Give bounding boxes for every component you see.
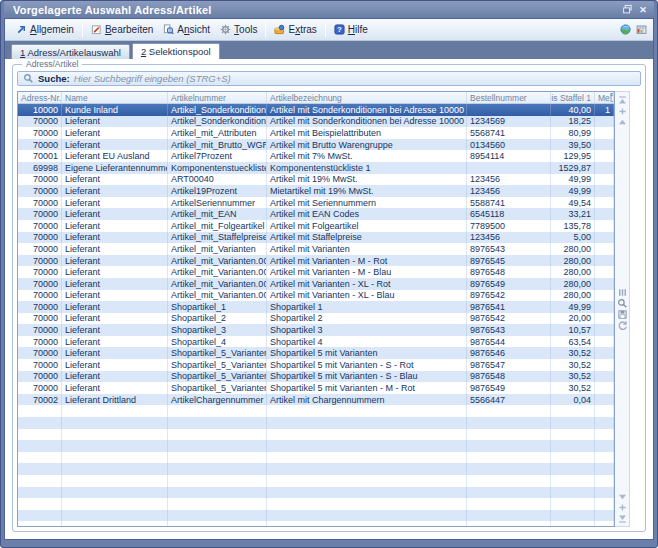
scroll-last-icon[interactable] bbox=[617, 513, 628, 523]
cell-col3: Shopartikel 5 mit Varianten - M - Rot bbox=[267, 382, 467, 394]
table-row[interactable]: 70000LieferantArtikel_mit_Varianten.005A… bbox=[18, 278, 614, 290]
cell-col4: 9876542 bbox=[467, 313, 551, 325]
table-row[interactable]: 70000LieferantArtikel_mit_Varianten.004A… bbox=[18, 266, 614, 278]
scroll-first-icon[interactable] bbox=[617, 95, 628, 105]
close-button[interactable]: ✕ bbox=[635, 3, 651, 16]
scroll-page-up-icon[interactable] bbox=[617, 106, 628, 116]
scroll-up-icon[interactable] bbox=[617, 117, 628, 127]
table-row[interactable]: 70000LieferantArtikel_mit_Varianten.006A… bbox=[18, 290, 614, 302]
table-row[interactable]: 70000LieferantArtikel_mit_Varianten.003A… bbox=[18, 255, 614, 267]
table-row[interactable]: 69998Eigene Lieferantennummer -FirmaKomp… bbox=[18, 162, 614, 174]
table-row[interactable]: 70000LieferantArtikel_mit_VariantenArtik… bbox=[18, 243, 614, 255]
cell-col3: Mietartikel mit 19% MwSt. bbox=[267, 185, 467, 197]
cell-col2: Shopartikel_2 bbox=[168, 313, 267, 325]
column-header-3[interactable]: Artikelbezeichnung bbox=[267, 92, 467, 103]
columns-icon[interactable] bbox=[617, 288, 628, 298]
column-header-4[interactable]: Bestellnummer bbox=[467, 92, 551, 103]
empty-cell bbox=[467, 487, 551, 499]
table-row[interactable]: 70000LieferantArtikel_mit_StaffelpreiseA… bbox=[18, 232, 614, 244]
refresh-icon[interactable] bbox=[617, 321, 628, 331]
cell-col1: Lieferant Drittland bbox=[62, 394, 168, 406]
table-row[interactable]: 70000LieferantShopartikel_2Shopartikel 2… bbox=[18, 313, 614, 325]
column-header-2[interactable]: Artikelnummer bbox=[168, 92, 267, 103]
table-row[interactable]: 70000LieferantShopartikel_3Shopartikel 3… bbox=[18, 324, 614, 336]
menu-item-label: Tools bbox=[234, 24, 257, 35]
cell-col0: 70000 bbox=[18, 347, 62, 359]
empty-cell bbox=[551, 498, 595, 510]
table-row[interactable]: 70000LieferantArtikel_mit_AttributenArti… bbox=[18, 127, 614, 139]
cell-col0: 10000 bbox=[18, 104, 62, 116]
menu-item-allgemein[interactable]: Allgemein bbox=[11, 22, 79, 37]
column-header-label: Me bbox=[598, 93, 610, 103]
cell-col4: 9876549 bbox=[467, 382, 551, 394]
menu-item-label: Extras bbox=[288, 24, 316, 35]
empty-cell bbox=[168, 510, 267, 522]
report-button[interactable] bbox=[636, 24, 647, 35]
table-row[interactable]: 70000LieferantArtikel_SonderkonditionenA… bbox=[18, 116, 614, 128]
empty-cell bbox=[551, 487, 595, 499]
cell-col4: 1234569 bbox=[467, 116, 551, 128]
table-row[interactable]: 70000LieferantShopartikel_5_Varianten.3S… bbox=[18, 382, 614, 394]
restore-button[interactable] bbox=[619, 3, 635, 16]
zoom-icon[interactable] bbox=[617, 299, 628, 309]
empty-cell bbox=[267, 440, 467, 452]
cell-col0: 70000 bbox=[18, 185, 62, 197]
menu-item-hilfe[interactable]: ?Hilfe bbox=[329, 22, 373, 37]
tab-1[interactable]: 1 Adress/Artikelauswahl bbox=[11, 44, 130, 59]
column-header-5[interactable]: Preis Staffel 1 bbox=[551, 92, 595, 103]
table-row[interactable]: 70000LieferantShopartikel_4Shopartikel 4… bbox=[18, 336, 614, 348]
cell-col1: Lieferant bbox=[62, 278, 168, 290]
table-row[interactable]: 70000LieferantArtikel_mit_Brutto_WGRArti… bbox=[18, 139, 614, 151]
cell-col4: 9876546 bbox=[467, 347, 551, 359]
table-row[interactable]: 70000LieferantShopartikel_5_Varianten.1S… bbox=[18, 359, 614, 371]
menu-item-extras[interactable]: Extras bbox=[269, 22, 321, 37]
save-view-icon[interactable] bbox=[617, 310, 628, 320]
table-row[interactable]: 70000LieferantArtikel19ProzentMietartike… bbox=[18, 185, 614, 197]
empty-row bbox=[18, 463, 614, 475]
table-row[interactable]: 70000LieferantShopartikel_5_Varianten.2S… bbox=[18, 371, 614, 383]
menu-bar: AllgemeinBearbeitenAnsichtToolsExtras?Hi… bbox=[5, 19, 653, 41]
cell-col6 bbox=[595, 347, 614, 359]
scroll-down-icon[interactable] bbox=[617, 491, 628, 501]
cell-col2: Shopartikel_5_Varianten.1 bbox=[168, 359, 267, 371]
cell-col1: Lieferant bbox=[62, 139, 168, 151]
search-input[interactable]: Suche: Hier Suchbegriff eingeben (STRG+S… bbox=[17, 71, 641, 86]
empty-cell bbox=[168, 440, 267, 452]
cell-col5: 49,99 bbox=[551, 301, 595, 313]
cell-col1: Lieferant bbox=[62, 197, 168, 209]
cell-col6 bbox=[595, 243, 614, 255]
cell-col3: Shopartikel 4 bbox=[267, 336, 467, 348]
menu-item-bearbeiten[interactable]: Bearbeiten bbox=[86, 22, 158, 37]
table-row[interactable]: 70000LieferantART00040Artikel mit 19% Mw… bbox=[18, 174, 614, 186]
menu-item-tools[interactable]: Tools bbox=[215, 22, 262, 37]
column-header-1[interactable]: Name bbox=[62, 92, 168, 103]
cell-col0: 70000 bbox=[18, 278, 62, 290]
table-row[interactable]: 70000LieferantShopartikel_5_VariantenSho… bbox=[18, 347, 614, 359]
cell-col1: Lieferant bbox=[62, 243, 168, 255]
table-row[interactable]: 70001Lieferant EU AuslandArtikel7Prozent… bbox=[18, 150, 614, 162]
cell-col1: Lieferant bbox=[62, 232, 168, 244]
globe-button[interactable] bbox=[620, 24, 631, 35]
tab-2[interactable]: 2 Selektionspool bbox=[132, 43, 220, 59]
cell-col3: Shopartikel 1 bbox=[267, 301, 467, 313]
cell-col2: Shopartikel_1 bbox=[168, 301, 267, 313]
cell-col6 bbox=[595, 266, 614, 278]
cell-col5: 49,99 bbox=[551, 174, 595, 186]
menu-item-ansicht[interactable]: Ansicht bbox=[158, 22, 215, 37]
cell-col3: Artikel mit Varianten - M - Rot bbox=[267, 255, 467, 267]
cell-col1: Lieferant bbox=[62, 116, 168, 128]
cell-col6 bbox=[595, 301, 614, 313]
empty-row bbox=[18, 417, 614, 429]
empty-cell bbox=[18, 440, 62, 452]
cell-col3: Shopartikel 5 mit Varianten - S - Blau bbox=[267, 371, 467, 383]
table-row[interactable]: 70000LieferantArtikelSeriennummerArtikel… bbox=[18, 197, 614, 209]
table-row[interactable]: 70000LieferantArtikel_mit_EANArtikel mit… bbox=[18, 208, 614, 220]
column-header-0[interactable]: Adress-Nr. bbox=[18, 92, 62, 103]
table-row[interactable]: 70000LieferantArtikel_mit_FolgeartikelAr… bbox=[18, 220, 614, 232]
table-row[interactable]: 70000LieferantShopartikel_1Shopartikel 1… bbox=[18, 301, 614, 313]
search-label: Suche: bbox=[38, 73, 70, 84]
scroll-page-down-icon[interactable] bbox=[617, 502, 628, 512]
column-header-6[interactable]: Me bbox=[595, 92, 614, 103]
table-row[interactable]: 10000Kunde InlandArtikel_Sonderkondition… bbox=[18, 104, 614, 116]
table-row[interactable]: 70002Lieferant DrittlandArtikelChargennu… bbox=[18, 394, 614, 406]
